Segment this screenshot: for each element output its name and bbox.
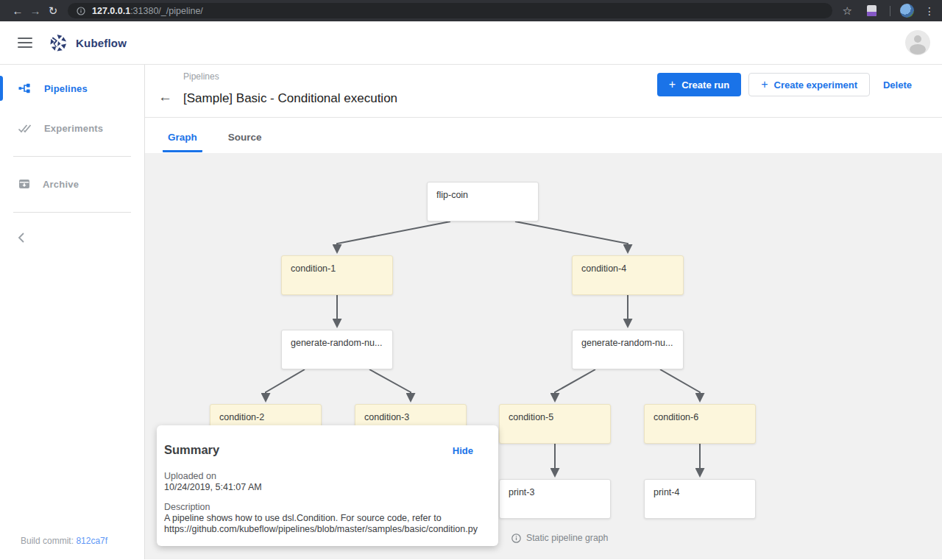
experiments-icon bbox=[18, 121, 32, 135]
tab-graph[interactable]: Graph bbox=[163, 132, 202, 152]
uploaded-on-label: Uploaded on bbox=[164, 471, 473, 482]
build-commit: Build commit: 812ca7f bbox=[21, 536, 107, 546]
tab-bar: Graph Source bbox=[145, 118, 942, 152]
toolbar-actions: + Create run + Create experiment Delete bbox=[657, 73, 918, 96]
bookmark-star-icon[interactable]: ☆ bbox=[843, 4, 852, 18]
page-info-icon[interactable] bbox=[77, 7, 85, 15]
node-label: condition-6 bbox=[654, 412, 698, 422]
graph-node-print-3[interactable]: print-3 bbox=[499, 479, 611, 519]
collapse-sidebar-button[interactable] bbox=[18, 232, 28, 247]
static-graph-note: Static pipeline graph bbox=[511, 533, 608, 543]
kubeflow-logo[interactable]: Kubeflow bbox=[49, 33, 127, 53]
node-label: generate-random-nu... bbox=[291, 338, 382, 348]
uploaded-on-value: 10/24/2019, 5:41:07 AM bbox=[164, 482, 473, 493]
url-host: 127.0.0.1 bbox=[92, 6, 130, 16]
browser-profile-avatar[interactable] bbox=[900, 4, 914, 18]
sidebar-item-label: Archive bbox=[43, 179, 79, 190]
graph-edge-flip-coin-to-condition-4 bbox=[515, 221, 628, 252]
node-label: flip-coin bbox=[436, 190, 468, 200]
pipeline-graph: flip-coincondition-1condition-4generate-… bbox=[145, 153, 942, 559]
build-commit-label: Build commit: bbox=[21, 536, 74, 546]
chevron-left-icon bbox=[18, 232, 25, 244]
create-experiment-label: Create experiment bbox=[774, 79, 857, 91]
create-run-button[interactable]: + Create run bbox=[657, 73, 741, 96]
pipelines-icon bbox=[18, 81, 32, 96]
kubeflow-logo-icon bbox=[49, 33, 68, 53]
url-path: :31380/_/pipeline/ bbox=[130, 6, 203, 16]
extension-icon[interactable] bbox=[867, 5, 877, 16]
node-label: condition-4 bbox=[581, 263, 626, 274]
sidebar-item-experiments[interactable]: Experiments bbox=[0, 113, 144, 143]
tab-source[interactable]: Source bbox=[223, 132, 267, 152]
sidebar-item-label: Experiments bbox=[44, 123, 103, 134]
url-text: 127.0.0.1:31380/_/pipeline/ bbox=[92, 6, 203, 16]
graph-node-flip-coin[interactable]: flip-coin bbox=[427, 182, 539, 221]
browser-toolbar: ← → ↻ 127.0.0.1:31380/_/pipeline/ ☆ ⋮ bbox=[0, 0, 942, 21]
plus-icon: + bbox=[669, 78, 676, 91]
node-label: condition-3 bbox=[364, 412, 409, 422]
static-graph-note-label: Static pipeline graph bbox=[526, 533, 608, 543]
plus-icon: + bbox=[761, 78, 768, 91]
sidebar-divider bbox=[13, 212, 131, 213]
browser-menu-icon[interactable]: ⋮ bbox=[924, 5, 935, 17]
sidebar: Pipelines Experiments Archive bbox=[0, 65, 145, 559]
node-label: condition-2 bbox=[219, 412, 264, 422]
page-title: [Sample] Basic - Conditional execution bbox=[183, 91, 397, 106]
graph-edge-generate-random-number-1-to-condition-2 bbox=[266, 369, 305, 401]
toolbar-divider bbox=[890, 6, 890, 16]
graph-edge-generate-random-number-2-to-condition-6 bbox=[660, 369, 700, 401]
delete-button[interactable]: Delete bbox=[877, 73, 918, 96]
build-commit-link[interactable]: 812ca7f bbox=[76, 536, 107, 546]
summary-card: Summary Hide Uploaded on 10/24/2019, 5:4… bbox=[157, 425, 498, 546]
graph-node-condition-5[interactable]: condition-5 bbox=[499, 404, 611, 444]
archive-icon bbox=[18, 177, 31, 191]
sidebar-item-label: Pipelines bbox=[44, 83, 88, 94]
app-header: Kubeflow bbox=[0, 21, 942, 65]
delete-label: Delete bbox=[883, 79, 912, 91]
hide-summary-link[interactable]: Hide bbox=[453, 445, 473, 456]
graph-edge-flip-coin-to-condition-1 bbox=[337, 221, 450, 252]
node-label: condition-1 bbox=[291, 263, 336, 274]
info-icon bbox=[511, 534, 521, 543]
active-indicator bbox=[0, 76, 3, 101]
user-avatar[interactable] bbox=[905, 30, 930, 55]
graph-edge-generate-random-number-2-to-condition-5 bbox=[555, 369, 595, 401]
sidebar-item-archive[interactable]: Archive bbox=[0, 169, 144, 199]
create-experiment-button[interactable]: + Create experiment bbox=[748, 73, 870, 96]
node-label: print-4 bbox=[654, 487, 679, 497]
main-content: Pipelines ← [Sample] Basic - Conditional… bbox=[145, 65, 942, 559]
brand-name: Kubeflow bbox=[76, 37, 127, 49]
summary-title: Summary bbox=[164, 443, 219, 457]
graph-edge-generate-random-number-1-to-condition-3 bbox=[369, 369, 411, 401]
page-header: Pipelines ← [Sample] Basic - Conditional… bbox=[145, 65, 942, 118]
graph-node-generate-random-number-1[interactable]: generate-random-nu... bbox=[281, 330, 393, 369]
back-arrow-icon[interactable]: ← bbox=[158, 89, 172, 105]
sidebar-divider bbox=[13, 156, 131, 157]
description-line2: https://github.com/kubeflow/pipelines/bl… bbox=[164, 524, 473, 535]
description-label: Description bbox=[164, 502, 473, 513]
graph-node-generate-random-number-2[interactable]: generate-random-nu... bbox=[572, 330, 684, 369]
browser-forward-icon[interactable]: → bbox=[26, 0, 44, 21]
graph-node-condition-6[interactable]: condition-6 bbox=[644, 404, 756, 444]
sidebar-item-pipelines[interactable]: Pipelines bbox=[0, 74, 144, 103]
description-line1: A pipeline shows how to use dsl.Conditio… bbox=[164, 513, 473, 524]
address-bar[interactable]: 127.0.0.1:31380/_/pipeline/ bbox=[68, 3, 832, 18]
node-label: print-3 bbox=[509, 487, 534, 497]
node-label: generate-random-nu... bbox=[581, 338, 673, 348]
browser-back-icon[interactable]: ← bbox=[9, 0, 26, 21]
graph-node-condition-1[interactable]: condition-1 bbox=[281, 255, 393, 295]
graph-node-condition-4[interactable]: condition-4 bbox=[572, 255, 684, 295]
node-label: condition-5 bbox=[509, 412, 553, 422]
create-run-label: Create run bbox=[681, 79, 729, 91]
breadcrumb[interactable]: Pipelines bbox=[183, 71, 219, 82]
graph-node-print-4[interactable]: print-4 bbox=[644, 479, 756, 519]
hamburger-menu-icon[interactable] bbox=[18, 35, 32, 51]
browser-reload-icon[interactable]: ↻ bbox=[44, 0, 62, 21]
